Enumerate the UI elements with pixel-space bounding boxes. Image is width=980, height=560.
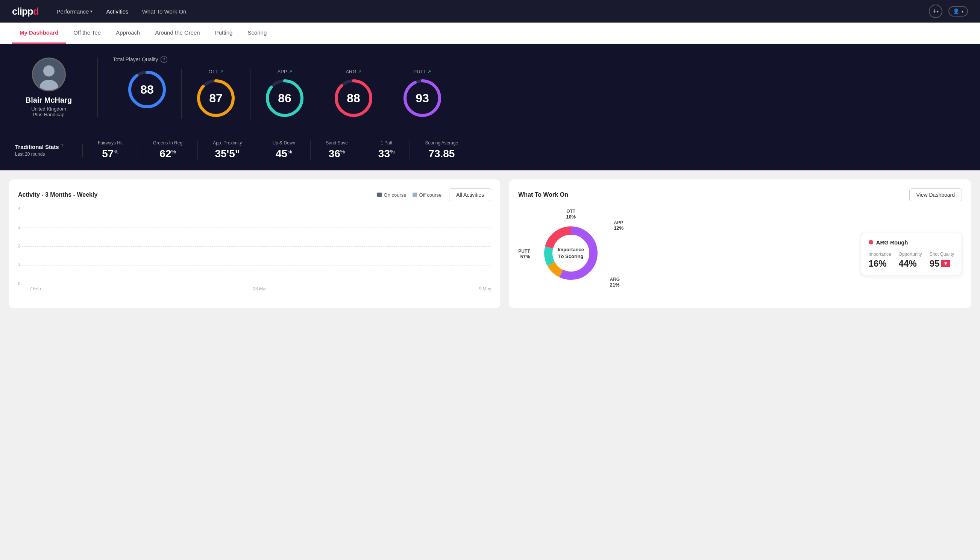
player-country: United Kingdom	[31, 106, 66, 112]
x-label-mar: 28 Mar	[253, 286, 266, 292]
add-chevron-icon: ▾	[937, 9, 938, 13]
nav-what-to-work-on[interactable]: What To Work On	[142, 8, 186, 15]
player-name: Blair McHarg	[26, 96, 72, 105]
tooltip-stats: Importance 16% Opportunity 44% Shot Qual…	[869, 252, 954, 269]
trad-stats-label: Traditional Stats ? Last 20 rounds	[15, 144, 83, 157]
x-label-may: 9 May	[479, 286, 491, 292]
ott-trend-icon: ↗	[220, 69, 223, 74]
app-trend-icon: ↗	[289, 69, 292, 74]
donut-svg: Importance To Scoring	[541, 223, 601, 283]
grid-label-0: 0	[18, 281, 20, 286]
traditional-stats: Traditional Stats ? Last 20 rounds Fairw…	[0, 131, 980, 170]
tab-scoring[interactable]: Scoring	[240, 23, 274, 43]
x-label-feb: 7 Feb	[29, 286, 41, 292]
user-menu-button[interactable]: 👤 ▾	[948, 6, 968, 17]
stat-sandsave-value: 36%	[329, 148, 345, 160]
down-badge: ▼	[941, 260, 950, 267]
gauge-app-container: 86	[264, 77, 305, 119]
gauge-app-value: 86	[278, 92, 291, 105]
stat-scoring-average: Scoring Average 73.85	[410, 140, 473, 160]
all-activities-button[interactable]: All Activities	[449, 188, 491, 201]
stat-proximity-value: 35'5"	[215, 148, 240, 160]
opportunity-value: 44%	[899, 258, 922, 269]
tooltip-shot-quality: Shot Quality 95 ▼	[930, 252, 954, 269]
what-to-work-on-card: What To Work On View Dashboard OTT 10% A…	[509, 179, 971, 308]
bar-chart-grid: 4 3 2 1 0	[18, 209, 491, 284]
gauge-putt-label: PUTT ↗	[414, 69, 431, 75]
gauge-app: APP ↗ 86	[250, 69, 319, 119]
gauge-arg-container: 88	[333, 77, 374, 119]
nav-activities[interactable]: Activities	[106, 8, 128, 15]
stat-1putt-value: 33%	[378, 148, 395, 160]
tooltip-title: ARG Rough	[869, 239, 954, 246]
activity-card: Activity - 3 Months - Weekly On course O…	[9, 179, 500, 308]
arg-rough-tooltip: ARG Rough Importance 16% Opportunity 44%…	[861, 233, 962, 275]
quality-section: Total Player Quality ? 88 OTT ↗	[98, 56, 965, 119]
logo[interactable]: clippd	[12, 6, 39, 17]
top-nav: clippd Performance ▾ Activities What To …	[0, 0, 980, 23]
bar-chart-area: 4 3 2 1 0 7 Feb 28 Mar	[18, 209, 491, 295]
gauge-arg-value: 88	[347, 92, 360, 105]
bottom-section: Activity - 3 Months - Weekly On course O…	[0, 170, 980, 317]
grid-label-1: 1	[18, 263, 20, 267]
gauge-arg: ARG ↗ 88	[319, 69, 388, 119]
putt-trend-icon: ↗	[428, 69, 431, 74]
activity-card-header: Activity - 3 Months - Weekly On course O…	[18, 188, 491, 201]
hero-section: Blair McHarg United Kingdom Plus Handica…	[0, 44, 980, 131]
quality-title: Total Player Quality ?	[113, 56, 950, 63]
wtwo-card-header: What To Work On View Dashboard	[518, 188, 962, 201]
nav-performance[interactable]: Performance ▾	[57, 8, 93, 15]
gauge-putt-container: 93	[402, 77, 443, 119]
gauge-total-container: 88	[126, 69, 168, 110]
arg-trend-icon: ↗	[358, 69, 361, 74]
putt-label: PUTT 57%	[518, 248, 530, 260]
on-course-dot	[377, 193, 382, 197]
stat-1-putt: 1 Putt 33%	[363, 140, 410, 160]
logo-text: clipp	[12, 6, 33, 17]
tab-approach[interactable]: Approach	[108, 23, 147, 43]
tab-off-the-tee[interactable]: Off the Tee	[66, 23, 108, 43]
stat-app-proximity: App. Proximity 35'5"	[198, 140, 257, 160]
sub-nav: My Dashboard Off the Tee Approach Around…	[0, 23, 980, 44]
tab-putting[interactable]: Putting	[208, 23, 240, 43]
gauge-putt: PUTT ↗ 93	[388, 69, 456, 119]
tooltip-opportunity: Opportunity 44%	[899, 252, 922, 269]
chevron-down-icon: ▾	[90, 9, 93, 14]
off-course-dot	[413, 193, 417, 197]
tooltip-importance: Importance 16%	[869, 252, 891, 269]
trad-stats-info-icon[interactable]: ?	[61, 144, 67, 150]
activity-legend: On course Off course	[377, 192, 442, 198]
stat-fairways-hit: Fairways Hit 57%	[83, 140, 138, 160]
gauge-ott-value: 87	[209, 92, 223, 105]
importance-value: 16%	[869, 258, 891, 269]
grid-line-0: 0	[18, 284, 491, 284]
trad-stats-sublabel: Last 20 rounds	[15, 152, 70, 157]
gauge-total: 88	[113, 69, 181, 119]
logo-d: d	[33, 6, 39, 17]
tab-my-dashboard[interactable]: My Dashboard	[12, 23, 66, 43]
stat-sand-save: Sand Save 36%	[311, 140, 363, 160]
donut-chart-wrapper: OTT 10% APP 12% ARG 21% PUTT 57%	[518, 209, 624, 299]
tab-around-the-green[interactable]: Around the Green	[147, 23, 207, 43]
stat-greens-in-reg: Greens In Reg 62%	[138, 140, 198, 160]
legend-on-course: On course	[377, 192, 406, 198]
nav-links: Performance ▾ Activities What To Work On	[57, 8, 186, 15]
donut-area: OTT 10% APP 12% ARG 21% PUTT 57%	[518, 209, 962, 299]
ott-label: OTT 10%	[566, 209, 576, 220]
activity-card-title: Activity - 3 Months - Weekly	[18, 192, 97, 198]
trad-stats-title: Traditional Stats ?	[15, 144, 70, 150]
quality-gauges: 88 OTT ↗ 87 APP	[113, 69, 950, 119]
grid-label-2: 2	[18, 244, 20, 248]
x-labels: 7 Feb 28 Mar 9 May	[18, 286, 491, 292]
view-dashboard-button[interactable]: View Dashboard	[909, 188, 962, 201]
svg-text:Importance: Importance	[558, 247, 584, 252]
stat-greens-value: 62%	[160, 148, 176, 160]
add-button[interactable]: + ▾	[929, 5, 942, 18]
quality-info-icon[interactable]: ?	[161, 56, 167, 63]
arg-label: ARG 21%	[610, 277, 620, 288]
svg-point-1	[43, 65, 55, 77]
tooltip-dot-icon	[869, 240, 873, 245]
player-handicap: Plus Handicap	[33, 112, 65, 117]
gauge-arg-label: ARG ↗	[346, 69, 361, 75]
nav-right: + ▾ 👤 ▾	[929, 5, 968, 18]
